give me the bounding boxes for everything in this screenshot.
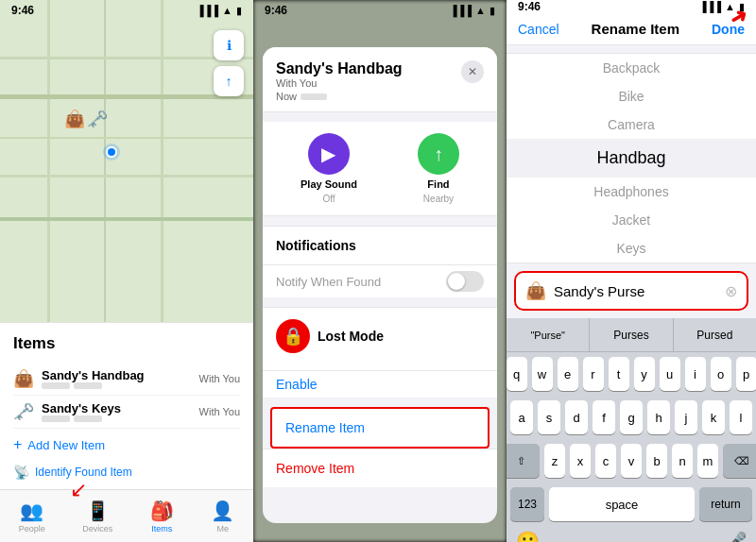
key-v[interactable]: v <box>621 444 642 478</box>
item-sub-block <box>74 415 102 422</box>
keys-icon: 🗝️ <box>13 401 34 422</box>
mic-button[interactable]: 🎤 <box>726 531 747 542</box>
tab-bar: 👥 People 📱 Devices 🎒 Items 👤 Me <box>0 489 253 542</box>
modal-header: Sandy's Handbag With You Now ✕ <box>263 47 497 112</box>
items-icon: 🎒 <box>150 500 174 522</box>
location-button[interactable]: ↑ <box>214 66 244 96</box>
key-t[interactable]: t <box>609 357 629 391</box>
remove-item-button[interactable]: Remove Item <box>263 449 497 487</box>
key-delete[interactable]: ⌫ <box>723 444 756 478</box>
rename-input-field[interactable]: Sandy's Purse <box>554 283 717 299</box>
battery-icon: ▮ <box>490 5 495 17</box>
identify-label: Identify Found Item <box>35 466 132 479</box>
key-e[interactable]: e <box>558 357 578 391</box>
key-d[interactable]: d <box>565 400 588 434</box>
tab-devices[interactable]: 📱 Devices <box>82 500 112 534</box>
key-k[interactable]: k <box>702 400 725 434</box>
lost-mode-section: 🔒 Lost Mode <box>263 307 497 371</box>
items-title: Items <box>13 334 240 353</box>
picker-item-backpack[interactable]: Backpack <box>507 54 756 82</box>
wifi-icon: ▲ <box>222 5 232 16</box>
find-nearby-label: Find <box>427 178 449 190</box>
done-button[interactable]: Done ➜ <box>712 22 745 37</box>
key-b[interactable]: b <box>646 444 667 478</box>
keyboard-row-2: a s d f g h j k l <box>507 396 756 439</box>
item-name: Sandy's Keys <box>42 401 121 415</box>
key-l[interactable]: l <box>730 400 752 434</box>
key-p[interactable]: p <box>736 357 757 391</box>
find-nearby-circle: ↑ <box>418 133 459 175</box>
item-status: With You <box>199 373 240 384</box>
key-o[interactable]: o <box>711 357 731 391</box>
notify-toggle[interactable] <box>446 271 484 292</box>
key-y[interactable]: y <box>634 357 655 391</box>
key-i[interactable]: i <box>685 357 706 391</box>
key-123[interactable]: 123 <box>510 487 544 521</box>
map-status-icons: ▐▐▐ ▲ ▮ <box>197 5 242 17</box>
key-a[interactable]: a <box>510 400 533 434</box>
signal-icon: ▐▐▐ <box>699 1 721 12</box>
find-nearby-button[interactable]: ↑ Find Nearby <box>418 133 459 204</box>
picker-item-jacket[interactable]: Jacket <box>507 206 756 234</box>
tab-people[interactable]: 👥 People <box>19 500 45 534</box>
identify-found-item-button[interactable]: 📡 Identify Found Item <box>13 461 240 483</box>
key-s[interactable]: s <box>538 400 560 434</box>
notify-when-found-row[interactable]: Notify When Found <box>263 265 497 297</box>
list-item[interactable]: 🗝️ Sandy's Keys With You <box>13 396 240 429</box>
key-z[interactable]: z <box>544 444 565 478</box>
add-new-item-label: Add New Item <box>27 438 105 452</box>
info-button[interactable]: ℹ <box>214 30 244 60</box>
key-return[interactable]: return <box>699 487 752 521</box>
key-shift[interactable]: ⇧ <box>507 444 540 478</box>
key-x[interactable]: x <box>570 444 591 478</box>
add-new-item-button[interactable]: + Add New Item <box>13 429 240 461</box>
suggestion-purses[interactable]: Purses <box>590 318 673 351</box>
modal-sub-dot <box>301 93 327 100</box>
keyboard-row-1: q w e r t y u i o p <box>507 352 756 396</box>
modal-close-button[interactable]: ✕ <box>461 60 484 83</box>
picker-item-keys[interactable]: Keys <box>507 234 756 263</box>
modal-actions: ▶ Play Sound Off ↑ Find Nearby <box>263 122 497 216</box>
remove-item-label: Remove Item <box>276 461 484 476</box>
rename-status-bar: 9:46 ▐▐▐ ▲ ▮ <box>507 0 756 13</box>
key-c[interactable]: c <box>595 444 616 478</box>
picker-item-handbag[interactable]: Handbag <box>507 139 756 178</box>
tab-me[interactable]: 👤 Me <box>211 500 234 534</box>
list-item[interactable]: 👜 Sandy's Handbag With You <box>13 363 240 396</box>
emoji-button[interactable]: 🙂 <box>516 530 540 542</box>
find-nearby-sublabel: Nearby <box>423 194 454 204</box>
key-w[interactable]: w <box>532 357 553 391</box>
enable-lost-mode-button[interactable]: Enable <box>263 371 497 398</box>
key-g[interactable]: g <box>620 400 643 434</box>
cancel-button[interactable]: Cancel <box>518 22 559 37</box>
rename-item-button[interactable]: Rename Item <box>270 407 490 449</box>
key-r[interactable]: r <box>583 357 604 391</box>
suggestion-pursed[interactable]: Pursed <box>674 318 756 351</box>
keyboard-row-3: ⇧ z x c v b n m ⌫ <box>507 439 756 483</box>
item-type-picker[interactable]: Backpack Bike Camera Handbag Headphones … <box>507 53 756 263</box>
notify-when-found-label: Notify When Found <box>276 275 381 289</box>
lost-mode-icon: 🔒 <box>276 319 310 353</box>
key-u[interactable]: u <box>660 357 680 391</box>
picker-item-camera[interactable]: Camera <box>507 110 756 139</box>
clear-input-button[interactable]: ⊗ <box>725 282 737 300</box>
item-sub-block <box>42 382 70 389</box>
rename-status-time: 9:46 <box>518 0 541 13</box>
key-n[interactable]: n <box>672 444 693 478</box>
map-view[interactable]: ℹ ↑ 👜🗝️ 9:46 ▐▐▐ ▲ ▮ <box>0 0 253 322</box>
picker-item-bike[interactable]: Bike <box>507 82 756 110</box>
key-h[interactable]: h <box>647 400 670 434</box>
suggestion-quoted-purse[interactable]: "Purse" <box>507 318 590 351</box>
modal-item-name: Sandy's Handbag <box>276 60 403 77</box>
tab-items[interactable]: 🎒 Items <box>150 500 174 534</box>
key-space[interactable]: space <box>549 487 695 521</box>
map-panel: ℹ ↑ 👜🗝️ 9:46 ▐▐▐ ▲ ▮ Items 👜 Sandy's Han… <box>0 0 253 542</box>
key-q[interactable]: q <box>507 357 527 391</box>
devices-icon: 📱 <box>86 500 110 522</box>
key-m[interactable]: m <box>697 444 718 478</box>
key-f[interactable]: f <box>593 400 615 434</box>
key-j[interactable]: j <box>675 400 697 434</box>
picker-item-headphones[interactable]: Headphones <box>507 178 756 206</box>
keyboard: "Purse" Purses Pursed q w e r t y u i o … <box>507 318 756 542</box>
play-sound-button[interactable]: ▶ Play Sound Off <box>301 133 357 204</box>
